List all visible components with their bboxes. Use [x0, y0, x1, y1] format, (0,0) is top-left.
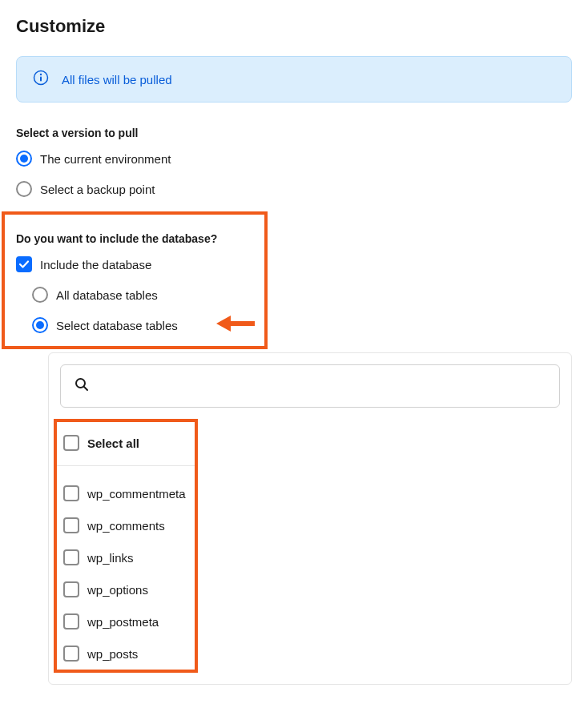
- checkbox-select-all[interactable]: Select all: [63, 427, 188, 465]
- info-banner: All files will be pulled: [16, 56, 572, 103]
- table-name: wp_posts: [87, 647, 138, 661]
- table-row[interactable]: wp_comments: [63, 509, 188, 541]
- tables-panel: Select all wp_commentmeta wp_comments wp…: [48, 352, 572, 685]
- radio-all-tables[interactable]: All database tables: [32, 287, 253, 303]
- table-name: wp_links: [87, 551, 134, 565]
- info-icon: [33, 70, 49, 89]
- table-name: wp_commentmeta: [87, 487, 186, 501]
- checkbox-icon: [63, 435, 79, 451]
- radio-label: All database tables: [56, 288, 158, 302]
- tables-list: wp_commentmeta wp_comments wp_links wp_o…: [57, 465, 195, 670]
- search-input[interactable]: [60, 364, 560, 408]
- svg-point-1: [40, 74, 42, 75]
- radio-label: Select database tables: [56, 319, 178, 332]
- search-icon: [74, 376, 90, 396]
- checkbox-icon: [63, 517, 79, 533]
- table-row[interactable]: wp_links: [63, 541, 188, 573]
- radio-label: Select a backup point: [40, 183, 155, 196]
- checkbox-label: Include the database: [40, 258, 151, 271]
- page-title: Customize: [16, 16, 572, 37]
- version-section-label: Select a version to pull: [16, 127, 572, 139]
- checkbox-icon: [63, 549, 79, 565]
- checkbox-icon: [16, 256, 32, 272]
- annotation-highlight-tables: Select all wp_commentmeta wp_comments wp…: [54, 419, 198, 673]
- radio-backup-point[interactable]: Select a backup point: [16, 181, 572, 197]
- svg-line-4: [84, 387, 87, 390]
- svg-rect-2: [40, 77, 42, 82]
- radio-icon: [32, 287, 48, 303]
- radio-icon: [16, 151, 32, 167]
- checkbox-icon: [63, 646, 79, 662]
- checkbox-icon: [63, 485, 79, 501]
- checkbox-include-database[interactable]: Include the database: [16, 256, 253, 272]
- radio-current-environment[interactable]: The current environment: [16, 151, 572, 167]
- table-name: wp_options: [87, 583, 148, 597]
- radio-icon: [32, 317, 48, 333]
- annotation-highlight-database: Do you want to include the database? Inc…: [2, 211, 268, 349]
- radio-icon: [16, 181, 32, 197]
- checkbox-icon: [63, 613, 79, 629]
- radio-label: The current environment: [40, 152, 171, 166]
- annotation-arrow-icon: [216, 316, 255, 332]
- table-row[interactable]: wp_commentmeta: [63, 477, 188, 509]
- database-section-label: Do you want to include the database?: [16, 232, 253, 245]
- table-row[interactable]: wp_postmeta: [63, 605, 188, 638]
- table-name: wp_postmeta: [87, 615, 159, 629]
- checkbox-icon: [63, 581, 79, 597]
- info-banner-text: All files will be pulled: [62, 73, 172, 86]
- table-row[interactable]: wp_posts: [63, 638, 188, 670]
- table-row[interactable]: wp_options: [63, 573, 188, 605]
- select-all-label: Select all: [87, 436, 139, 450]
- table-name: wp_comments: [87, 519, 165, 533]
